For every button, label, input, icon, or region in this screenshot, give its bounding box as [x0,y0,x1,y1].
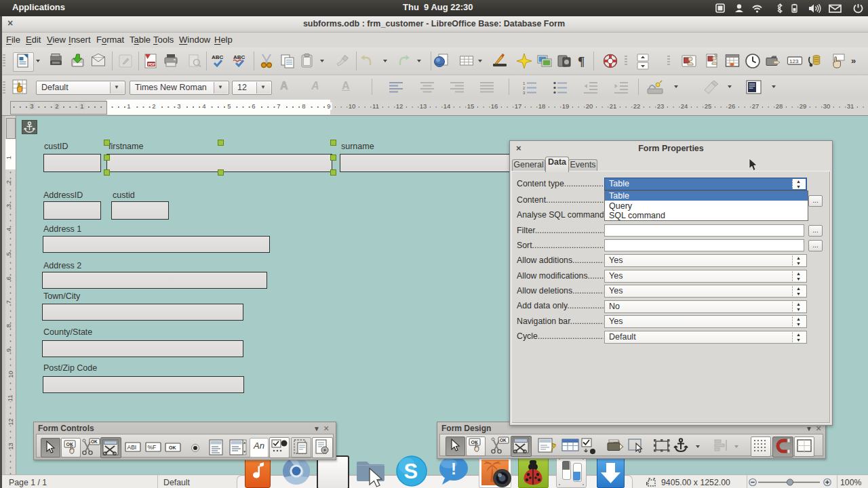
svg-text:ABC: ABC [233,54,245,60]
svg-text:123: 123 [789,58,799,64]
svg-text:%F: %F [148,444,157,451]
svg-text:PDF: PDF [148,62,156,66]
svg-text:OK: OK [169,445,176,450]
svg-text:!: ! [451,460,456,478]
svg-text:S: S [404,460,418,483]
svg-text:2: 2 [523,86,526,90]
svg-text:ABI: ABI [127,444,137,451]
svg-text:¶: ¶ [578,54,585,68]
svg-text:3: 3 [523,91,526,95]
svg-text:1: 1 [523,81,526,85]
svg-text:ABC: ABC [212,54,224,60]
svg-text:OK: OK [500,438,507,443]
svg-text:OK: OK [91,439,98,444]
